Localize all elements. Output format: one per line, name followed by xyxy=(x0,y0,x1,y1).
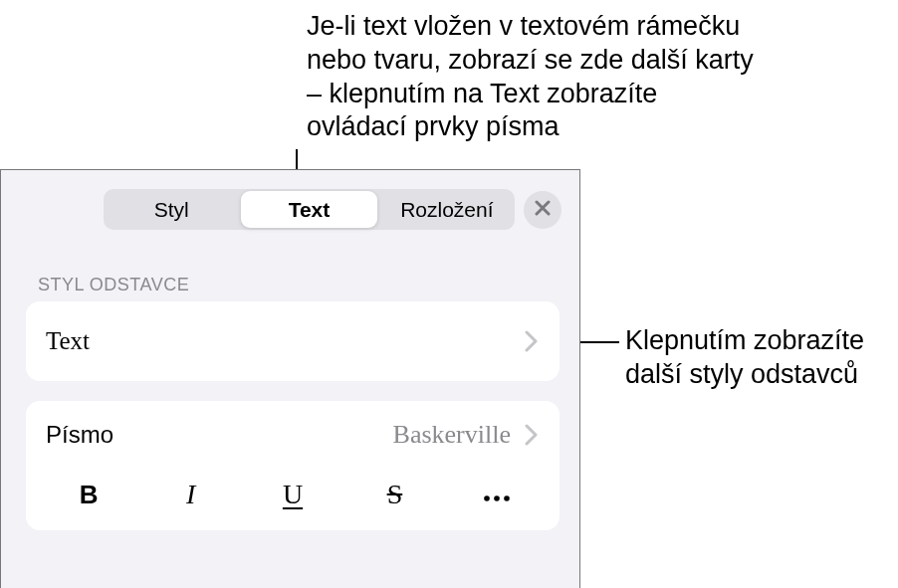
paragraph-style-card: Text xyxy=(26,301,560,381)
paragraph-style-row[interactable]: Text xyxy=(26,301,560,381)
chevron-right-icon xyxy=(525,330,538,352)
format-panel: Styl Text Rozložení STYL ODSTAVCE Text P… xyxy=(0,169,580,588)
font-value-wrap: Baskerville xyxy=(393,420,538,450)
tab-layout[interactable]: Rozložení xyxy=(379,189,515,230)
tab-style[interactable]: Styl xyxy=(104,189,239,230)
svg-point-1 xyxy=(494,495,500,501)
svg-point-2 xyxy=(504,495,510,501)
close-icon xyxy=(535,200,551,220)
strikethrough-button[interactable]: S xyxy=(343,473,445,516)
italic-button[interactable]: I xyxy=(139,473,241,516)
underline-button[interactable]: U xyxy=(242,473,343,516)
callout-top: Je-li text vložen v textovém rámečku neb… xyxy=(307,10,755,144)
callout-right: Klepnutím zobrazíte další styly odstavců xyxy=(625,324,894,392)
more-icon xyxy=(482,479,512,510)
svg-point-0 xyxy=(484,495,490,501)
font-value: Baskerville xyxy=(393,420,511,450)
tab-text[interactable]: Text xyxy=(241,191,376,228)
font-card: Písmo Baskerville B I U S xyxy=(26,401,560,530)
more-options-button[interactable] xyxy=(446,473,548,516)
paragraph-style-name: Text xyxy=(46,327,90,355)
bold-button[interactable]: B xyxy=(38,473,139,516)
section-paragraph-style-title: STYL ODSTAVCE xyxy=(38,275,189,295)
chevron-right-icon xyxy=(525,424,538,446)
close-button[interactable] xyxy=(524,191,561,229)
font-label: Písmo xyxy=(46,421,113,449)
format-buttons-row: B I U S xyxy=(26,469,560,520)
tabs-segmented-control: Styl Text Rozložení xyxy=(104,189,515,230)
font-row[interactable]: Písmo Baskerville xyxy=(26,401,560,469)
